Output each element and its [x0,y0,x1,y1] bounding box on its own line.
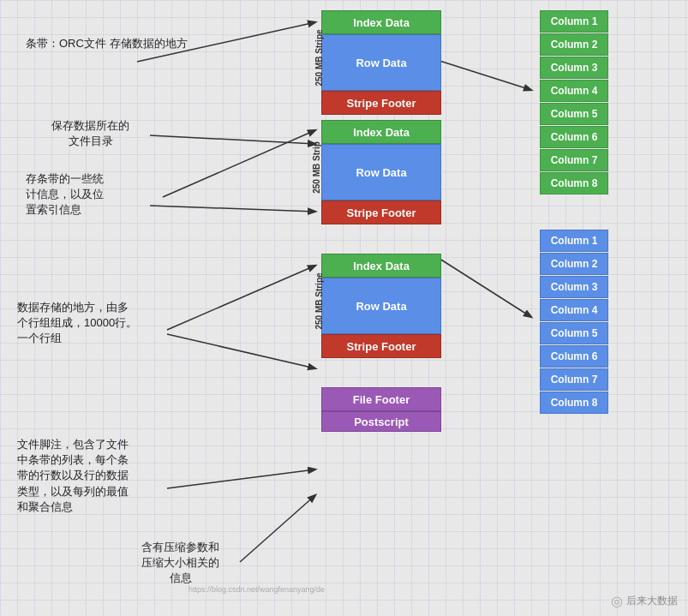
col-5-b: Column 5 [540,322,608,344]
col-5-g: Column 5 [540,103,608,125]
ann1-text: 条带：ORC文件 存储数据的地方 [26,37,188,50]
file-footer-section: File Footer Postscript [321,387,441,432]
diagram: 条带：ORC文件 存储数据的地方 保存数据所在的文件目录 存条带的一些统计信息，… [0,0,688,616]
ann5-text: 文件脚注，包含了文件中条带的列表，每个条带的行数以及行的数据类型，以及每列的最值… [17,438,129,513]
svg-line-6 [167,469,315,488]
col-4-g: Column 4 [540,80,608,102]
watermark: ◎ 后来大数据 [611,593,678,609]
col-group-1: Column 1 Column 2 Column 3 Column 4 Colu… [540,10,608,194]
col-1-b: Column 1 [540,230,608,252]
col-3-g: Column 3 [540,57,608,79]
block-index-2: Index Data [321,120,441,144]
svg-line-3 [163,130,315,197]
col-1-g: Column 1 [540,10,608,33]
svg-line-9 [437,257,531,317]
col-6-b: Column 6 [540,345,608,368]
stripe-1-label: 250 MB Stripe [314,29,324,86]
stripe-3-label: 250 MB Stripe [314,272,324,329]
annotation-postscript: 含有压缩参数和压缩大小相关的信息 [141,540,219,587]
ann4-text: 数据存储的地方，由多个行组组成，10000行。一个行组 [17,301,137,344]
col-7-b: Column 7 [540,368,608,391]
block-file-footer: File Footer [321,387,441,411]
stripe-2: 250 MB Strip Index Data Row Data Stripe … [321,120,441,224]
annotation-index: 存条带的一些统计信息，以及位置索引信息 [26,171,104,218]
block-row-2: Row Data [321,144,441,200]
block-row-3: Row Data [321,278,441,334]
annotation-dir: 保存数据所在的文件目录 [51,118,129,149]
col-7-g: Column 7 [540,149,608,171]
col-8-g: Column 8 [540,172,608,194]
block-footer-2: Stripe Footer [321,200,441,224]
col-2-b: Column 2 [540,253,608,275]
col-group-2: Column 1 Column 2 Column 3 Column 4 Colu… [540,230,608,414]
svg-line-1 [150,135,315,144]
block-footer-1: Stripe Footer [321,91,441,115]
col-6-g: Column 6 [540,126,608,148]
block-postscript: Postscript [321,411,441,432]
ann3-text: 存条带的一些统计信息，以及位置索引信息 [26,172,104,216]
svg-line-4 [167,266,315,330]
block-index-1: Index Data [321,10,441,34]
svg-line-8 [437,60,531,90]
stripe-2-label: 250 MB Strip [312,141,321,194]
block-index-3: Index Data [321,254,441,278]
col-4-b: Column 4 [540,299,608,321]
col-8-b: Column 8 [540,392,608,414]
ann2-text: 保存数据所在的文件目录 [51,119,129,147]
url-text: https://blog.csdn.net/wangfenanyang/de [188,585,325,594]
svg-line-7 [240,495,315,562]
ann6-text: 含有压缩参数和压缩大小相关的信息 [141,541,219,584]
watermark-logo: ◎ [611,593,623,609]
block-footer-3: Stripe Footer [321,334,441,358]
col-2-g: Column 2 [540,33,608,56]
stripe-1: 250 MB Stripe Index Data Row Data Stripe… [321,10,441,115]
svg-line-2 [150,206,315,212]
block-row-1: Row Data [321,34,441,91]
watermark-text: 后来大数据 [626,594,678,608]
stripe-3: 250 MB Stripe Index Data Row Data Stripe… [321,254,441,358]
annotation-filefooter: 文件脚注，包含了文件中条带的列表，每个条带的行数以及行的数据类型，以及每列的最值… [17,437,129,515]
col-3-b: Column 3 [540,276,608,298]
annotation-rowgroup: 数据存储的地方，由多个行组组成，10000行。一个行组 [17,300,137,347]
annotation-stripe: 条带：ORC文件 存储数据的地方 [26,36,188,51]
svg-line-5 [167,334,315,368]
